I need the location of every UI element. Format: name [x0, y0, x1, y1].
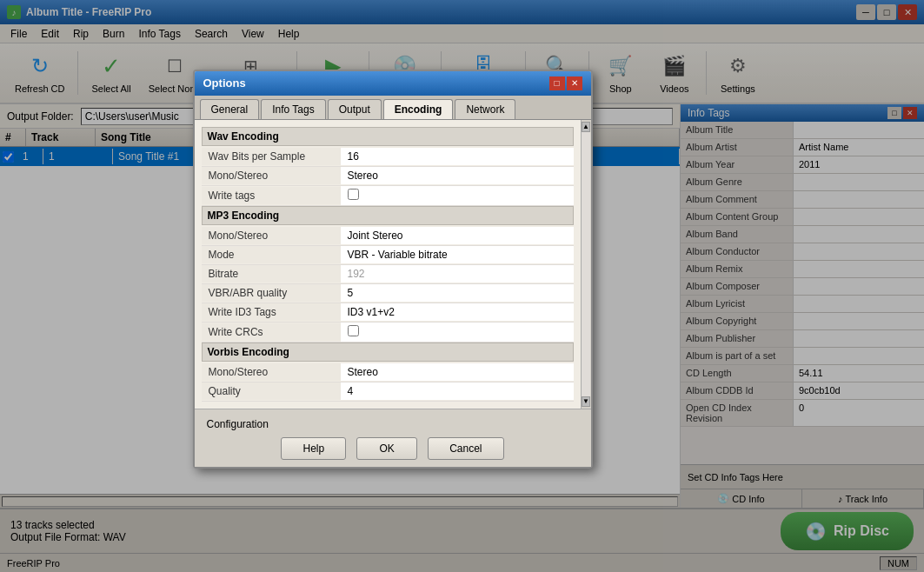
modal-title: Options — [203, 76, 246, 90]
modal-header-controls: □ ✕ — [549, 76, 582, 90]
modal-overlay: Options □ ✕ General Info Tags Output Enc… — [0, 0, 924, 572]
mp3-mode-value[interactable]: VBR - Variable bitrate — [341, 246, 574, 263]
wav-write-tags-row: Write tags — [202, 186, 574, 206]
modal-restore-button[interactable]: □ — [549, 76, 565, 90]
scroll-down-button[interactable]: ▼ — [582, 396, 590, 407]
mp3-id3-tags-row: Write ID3 Tags ID3 v1+v2 — [202, 303, 574, 323]
configuration-label: Configuration — [202, 416, 584, 432]
modal-tab-encoding[interactable]: Encoding — [383, 99, 454, 119]
modal-buttons: Help OK Cancel — [202, 437, 584, 460]
modal-body: Wav Encoding Wav Bits per Sample 16 Mono… — [195, 120, 591, 409]
vorbis-encoding-header: Vorbis Encoding — [202, 343, 574, 362]
wav-bits-value[interactable]: 16 — [341, 148, 574, 165]
wav-bits-row: Wav Bits per Sample 16 — [202, 148, 574, 167]
vorbis-mono-stereo-row: Mono/Stereo Stereo — [202, 363, 574, 382]
mp3-id3-tags-label: Write ID3 Tags — [202, 303, 341, 321]
mp3-mono-stereo-value[interactable]: Joint Stereo — [341, 227, 574, 244]
mp3-vbr-quality-value[interactable]: 5 — [341, 284, 574, 302]
scroll-thumb-area — [582, 132, 590, 396]
modal-tab-output[interactable]: Output — [328, 99, 382, 119]
mp3-bitrate-row: Bitrate 192 — [202, 265, 574, 284]
scroll-up-button[interactable]: ▲ — [582, 122, 590, 132]
wav-mono-stereo-row: Mono/Stereo Stereo — [202, 167, 574, 186]
wav-mono-stereo-value[interactable]: Stereo — [341, 167, 574, 184]
vorbis-quality-value[interactable]: 4 — [341, 382, 574, 400]
vorbis-mono-stereo-label: Mono/Stereo — [202, 363, 341, 381]
help-button[interactable]: Help — [281, 437, 346, 460]
mp3-bitrate-label: Bitrate — [202, 265, 341, 283]
modal-content: Wav Encoding Wav Bits per Sample 16 Mono… — [195, 120, 581, 409]
modal-tab-infotags[interactable]: Info Tags — [261, 99, 325, 119]
mp3-mode-label: Mode — [202, 246, 341, 263]
mp3-id3-tags-value[interactable]: ID3 v1+v2 — [341, 303, 574, 321]
options-dialog: Options □ ✕ General Info Tags Output Enc… — [193, 70, 593, 469]
mp3-write-crcs-label: Write CRCs — [202, 323, 341, 341]
mp3-write-crcs-value[interactable] — [341, 323, 574, 342]
mp3-write-crcs-checkbox[interactable] — [348, 325, 359, 336]
mp3-encoding-header: MP3 Encoding — [202, 206, 574, 225]
mp3-write-crcs-row: Write CRCs — [202, 323, 574, 343]
wav-write-tags-label: Write tags — [202, 187, 341, 204]
modal-tab-network[interactable]: Network — [455, 99, 515, 119]
wav-bits-label: Wav Bits per Sample — [202, 148, 341, 165]
mp3-mode-row: Mode VBR - Variable bitrate — [202, 246, 574, 265]
ok-button[interactable]: OK — [356, 437, 417, 460]
modal-tab-general[interactable]: General — [200, 99, 260, 119]
wav-write-tags-checkbox[interactable] — [348, 189, 359, 200]
modal-footer: Configuration Help OK Cancel — [195, 409, 591, 467]
options-scroll-area: Wav Encoding Wav Bits per Sample 16 Mono… — [195, 120, 581, 409]
wav-write-tags-value[interactable] — [341, 186, 574, 205]
cancel-button[interactable]: Cancel — [428, 437, 503, 460]
modal-scrollbar[interactable]: ▲ ▼ — [581, 120, 591, 409]
mp3-bitrate-value[interactable]: 192 — [341, 265, 574, 283]
mp3-mono-stereo-row: Mono/Stereo Joint Stereo — [202, 227, 574, 246]
mp3-vbr-quality-label: VBR/ABR quality — [202, 284, 341, 302]
wav-encoding-header: Wav Encoding — [202, 127, 574, 146]
vorbis-quality-label: Quality — [202, 382, 341, 400]
mp3-vbr-quality-row: VBR/ABR quality 5 — [202, 284, 574, 303]
vorbis-quality-row: Quality 4 — [202, 382, 574, 402]
wav-mono-stereo-label: Mono/Stereo — [202, 167, 341, 184]
modal-header: Options □ ✕ — [195, 71, 591, 96]
vorbis-mono-stereo-value[interactable]: Stereo — [341, 363, 574, 381]
mp3-mono-stereo-label: Mono/Stereo — [202, 227, 341, 244]
modal-tabs: General Info Tags Output Encoding Networ… — [195, 96, 591, 120]
modal-close-button[interactable]: ✕ — [567, 76, 582, 90]
